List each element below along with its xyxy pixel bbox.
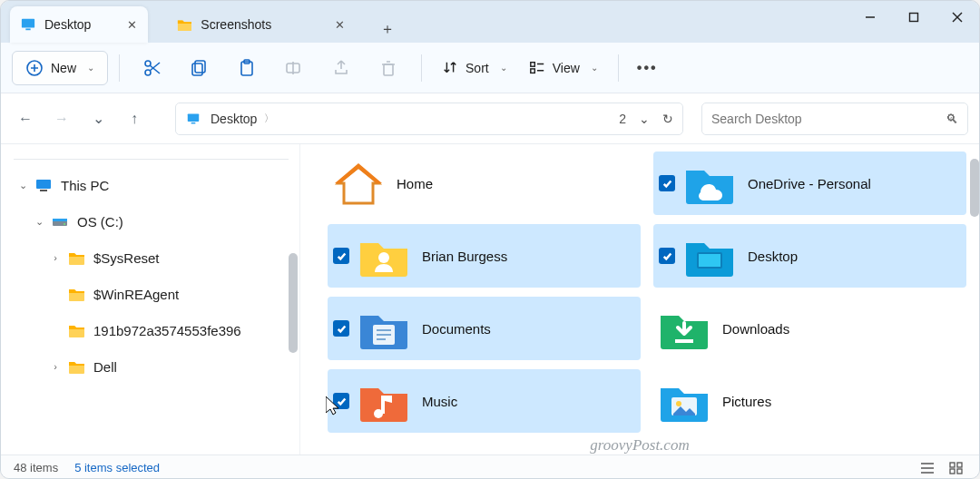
share-icon (332, 59, 350, 77)
tree-winreagent[interactable]: $WinREAgent (8, 276, 299, 312)
item-music[interactable]: Music (328, 369, 641, 433)
documents-icon (358, 307, 409, 350)
checkbox[interactable] (333, 248, 349, 264)
window-controls (848, 1, 979, 43)
history-dropdown-icon[interactable]: ⌄ (639, 112, 650, 126)
status-bar: 48 items 5 items selected (1, 455, 979, 479)
view-button[interactable]: View ⌄ (520, 50, 607, 86)
folder-icon (177, 17, 191, 32)
chevron-down-icon: ⌄ (591, 63, 598, 73)
item-pictures[interactable]: Pictures (653, 369, 966, 433)
thumbnails-view-button[interactable] (946, 460, 966, 476)
tree-label: Dell (93, 359, 117, 375)
item-onedrive[interactable]: OneDrive - Personal (653, 152, 966, 215)
tree-label: $WinREAgent (93, 287, 179, 302)
search-box[interactable]: 🔍︎ (701, 103, 968, 135)
separator (618, 54, 619, 82)
desktop-icon (185, 112, 201, 125)
chevron-down-icon[interactable]: ⌄ (15, 180, 30, 191)
new-tab-button[interactable]: ＋ (374, 15, 401, 43)
checkbox[interactable] (333, 393, 349, 409)
checkbox[interactable] (333, 320, 349, 337)
trash-icon (379, 59, 397, 77)
item-desktop-folder[interactable]: Desktop (653, 224, 966, 288)
chevron-down-icon[interactable]: ⌄ (32, 216, 46, 228)
tree-dell[interactable]: › Dell (8, 348, 299, 385)
tab-close-icon[interactable]: ✕ (127, 18, 137, 32)
delete-button[interactable] (367, 50, 410, 86)
item-label: Downloads (722, 321, 789, 337)
tab-close-icon[interactable]: ✕ (335, 18, 345, 32)
rename-icon (285, 59, 303, 77)
sidebar-scrollbar[interactable] (289, 253, 298, 353)
drive-icon (50, 213, 70, 230)
item-user-folder[interactable]: Brian Burgess (328, 224, 641, 288)
folder-icon (66, 358, 86, 375)
svg-rect-40 (910, 14, 918, 22)
chevron-right-icon[interactable]: › (48, 361, 63, 372)
command-bar: New ⌄ Sort ⌄ View ⌄ ••• (1, 43, 979, 93)
details-view-button[interactable] (917, 460, 937, 476)
share-button[interactable] (319, 50, 363, 86)
titlebar: Desktop ✕ Screenshots ✕ ＋ (1, 1, 979, 43)
tree-sysreset[interactable]: › $SysReset (8, 240, 299, 276)
scissors-icon (143, 59, 162, 77)
more-button[interactable]: ••• (630, 60, 665, 76)
svg-rect-46 (950, 463, 955, 467)
tab-desktop[interactable]: Desktop ✕ (10, 6, 148, 43)
nav-pane[interactable]: ⌄ This PC ⌄ OS (C:) › $SysReset $WinREAg… (1, 144, 300, 455)
rename-button[interactable] (272, 50, 316, 86)
chevron-right-icon[interactable]: › (48, 252, 63, 263)
selected-count: 5 items selected (74, 461, 160, 474)
tree-label: This PC (61, 178, 109, 193)
content-scrollbar[interactable] (970, 159, 979, 217)
back-button[interactable]: ← (12, 105, 39, 132)
plus-circle-icon (25, 59, 44, 77)
breadcrumb-segment[interactable]: Desktop (211, 112, 257, 126)
svg-rect-49 (957, 469, 962, 474)
maximize-button[interactable] (892, 1, 936, 34)
up-button[interactable]: ↑ (121, 105, 148, 132)
separator (421, 54, 422, 82)
tree-this-pc[interactable]: ⌄ This PC (8, 167, 299, 203)
music-icon (358, 379, 409, 423)
forward-button[interactable]: → (48, 105, 75, 132)
tree-os-c[interactable]: ⌄ OS (C:) (8, 203, 299, 240)
recent-button[interactable]: ⌄ (84, 105, 112, 132)
refresh-button[interactable]: ↻ (662, 112, 673, 126)
chevron-down-icon: ⌄ (87, 63, 94, 73)
svg-rect-48 (950, 469, 955, 474)
downloads-icon (659, 307, 710, 350)
close-window-button[interactable] (936, 1, 979, 34)
copy-button[interactable] (178, 50, 221, 86)
search-input[interactable] (711, 112, 938, 126)
tree-hash-folder[interactable]: 191b972a3574553fe396 (8, 312, 299, 348)
new-button[interactable]: New ⌄ (12, 51, 108, 85)
item-downloads[interactable]: Downloads (653, 297, 966, 360)
search-icon: 🔍︎ (946, 112, 958, 126)
item-label: OneDrive - Personal (748, 176, 871, 191)
tree-label: $SysReset (93, 250, 160, 266)
minimize-button[interactable] (848, 1, 892, 34)
pictures-icon (659, 379, 710, 423)
item-home[interactable]: Home (328, 152, 641, 215)
watermark: groovyPost.com (590, 436, 689, 455)
checkbox[interactable] (659, 248, 675, 264)
checkbox[interactable] (659, 175, 675, 191)
cut-button[interactable] (131, 50, 174, 86)
address-bar[interactable]: Desktop 〉 2 ⌄ ↻ (175, 103, 683, 135)
separator (14, 159, 289, 160)
paste-button[interactable] (225, 50, 269, 86)
tab-screenshots[interactable]: Screenshots ✕ (166, 6, 356, 43)
item-label: Home (397, 176, 433, 191)
file-list[interactable]: Home OneDrive - Personal Brian Burgess D… (300, 144, 979, 455)
sort-button[interactable]: Sort ⌄ (433, 50, 516, 86)
folder-icon (66, 322, 86, 338)
folder-icon (66, 249, 86, 266)
folder-icon (66, 286, 86, 302)
item-label: Music (422, 394, 457, 409)
tab-label: Desktop (44, 17, 91, 32)
item-documents[interactable]: Documents (328, 297, 641, 360)
separator (119, 54, 120, 82)
item-label: Documents (422, 321, 491, 337)
